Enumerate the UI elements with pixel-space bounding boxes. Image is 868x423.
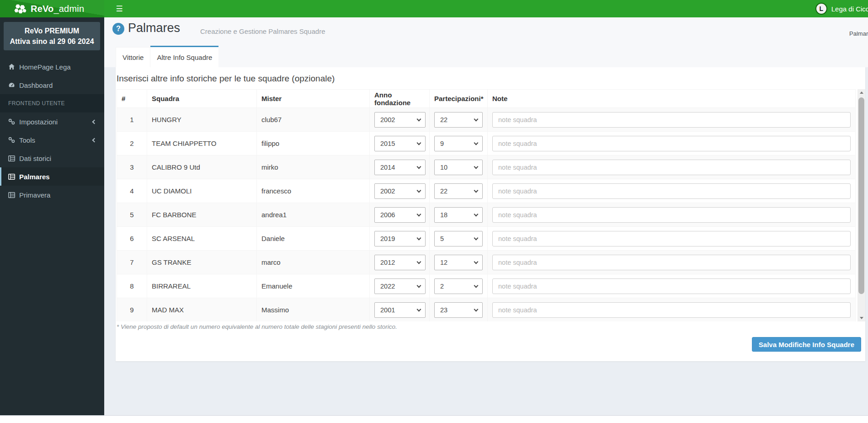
premium-badge: ReVo PREMIUM Attiva sino al 29 06 2024	[4, 22, 100, 50]
sidebar-item-label: Tools	[19, 136, 35, 144]
help-question-icon[interactable]: ?	[112, 23, 124, 35]
sidebar-item-label: Dati storici	[19, 155, 51, 162]
tab-bar: Vittorie Altre Info Squadre	[116, 46, 218, 67]
main-content: ? Palmares Creazione e Gestione Palmares…	[104, 17, 868, 415]
note-input[interactable]	[492, 278, 851, 294]
breadcrumb[interactable]: Palmares	[849, 30, 868, 37]
anno-fondazione-select[interactable]: 2001	[374, 302, 426, 318]
row-number: 2	[117, 132, 147, 155]
user-name: Lega di Ciccio	[831, 5, 868, 13]
squadra-cell: MAD MAX	[147, 298, 257, 322]
table-row: 4UC DIAMOLIfrancesco200222	[117, 179, 856, 203]
partecipazioni-select[interactable]: 22	[434, 183, 483, 199]
partecipazioni-select[interactable]: 9	[434, 136, 483, 151]
partecipazioni-select[interactable]: 5	[434, 231, 483, 246]
premium-line1: ReVo PREMIUM	[6, 26, 97, 36]
mister-cell: andrea1	[257, 203, 370, 227]
table-scrollbar[interactable]	[857, 89, 865, 321]
partecipazioni-select[interactable]: 10	[434, 160, 483, 175]
note-input[interactable]	[492, 255, 851, 270]
sidebar-item-primavera[interactable]: Primavera	[0, 186, 104, 204]
sidebar-section-header: FRONTEND UTENTE	[0, 94, 104, 112]
sidebar-item-homepage-lega[interactable]: HomePage Lega	[0, 58, 104, 76]
mister-cell: mirko	[257, 155, 370, 179]
brand-text: ReVo_admin	[31, 4, 84, 14]
section-heading: Inserisci altre info storiche per le tue…	[117, 74, 335, 84]
scrollbar-thumb[interactable]	[858, 97, 864, 294]
table-row: 2TEAM CHIAPPETTOfilippo20159	[117, 132, 856, 155]
table-row: 3CALIBRO 9 Utdmirko201410	[117, 155, 856, 179]
note-input[interactable]	[492, 207, 851, 223]
sidebar-item-impostazioni[interactable]: Impostazioni	[0, 112, 104, 131]
table-scroll-area: # Squadra Mister Anno fondazione Parteci…	[117, 89, 864, 321]
anno-fondazione-select[interactable]: 2015	[374, 136, 426, 151]
anno-fondazione-select[interactable]: 2006	[374, 207, 426, 223]
chevron-left-icon	[92, 119, 97, 124]
sidebar-item-label: Palmares	[19, 173, 50, 181]
tab-content-panel: Inserisci altre info storiche per le tue…	[116, 67, 865, 361]
sidebar-item-dati-storici[interactable]: Dati storici	[0, 149, 104, 167]
chevron-left-icon	[92, 138, 97, 142]
page-title: Palmares	[128, 21, 180, 35]
list-icon	[8, 174, 15, 180]
note-input[interactable]	[492, 160, 851, 175]
row-number: 6	[117, 227, 147, 251]
table-row: 9MAD MAXMassimo200123	[117, 298, 856, 322]
row-number: 3	[117, 155, 147, 179]
mister-cell: francesco	[257, 179, 370, 203]
squadra-cell: TEAM CHIAPPETTO	[147, 132, 257, 155]
anno-fondazione-select[interactable]: 2012	[374, 255, 426, 270]
col-header-mister: Mister	[257, 90, 370, 108]
user-menu[interactable]: L Lega di Ciccio	[815, 0, 868, 17]
scroll-up-arrow-icon[interactable]	[857, 89, 865, 96]
partecipazioni-select[interactable]: 18	[434, 207, 483, 223]
link-icon	[8, 118, 15, 125]
list-icon	[8, 192, 15, 198]
row-number: 1	[117, 108, 147, 132]
dashboard-icon	[8, 82, 15, 88]
mister-cell: Daniele	[257, 227, 370, 251]
scroll-down-arrow-icon[interactable]	[857, 315, 865, 321]
sidebar: ReVo PREMIUM Attiva sino al 29 06 2024 H…	[0, 17, 104, 415]
page-subtitle: Creazione e Gestione Palmares Squadre	[200, 27, 325, 35]
anno-fondazione-select[interactable]: 2002	[374, 112, 426, 128]
anno-fondazione-select[interactable]: 2019	[374, 231, 426, 246]
sidebar-toggle-menu-icon[interactable]: ☰	[112, 0, 127, 17]
col-header-note: Note	[488, 90, 856, 108]
partecipazioni-select[interactable]: 12	[434, 255, 483, 270]
sidebar-menu: HomePage LegaDashboardFRONTEND UTENTEImp…	[0, 58, 104, 204]
sidebar-item-palmares[interactable]: Palmares	[0, 167, 104, 186]
row-number: 9	[117, 298, 147, 322]
squadra-cell: BIRRAREAL	[147, 274, 257, 298]
tab-altre-info-squadre[interactable]: Altre Info Squadre	[150, 46, 218, 67]
anno-fondazione-select[interactable]: 2022	[374, 278, 426, 294]
sidebar-item-dashboard[interactable]: Dashboard	[0, 76, 104, 94]
footer	[0, 415, 868, 423]
partecipazioni-select[interactable]: 23	[434, 302, 483, 318]
table-row: 6SC ARSENALDaniele20195	[117, 227, 856, 251]
tab-vittorie[interactable]: Vittorie	[116, 47, 150, 67]
note-input[interactable]	[492, 302, 851, 318]
hexagons-logo-icon	[14, 4, 27, 14]
sidebar-item-tools[interactable]: Tools	[0, 131, 104, 149]
anno-fondazione-select[interactable]: 2002	[374, 183, 426, 199]
brand-logo[interactable]: ReVo_admin	[0, 0, 104, 17]
sidebar-item-label: HomePage Lega	[19, 63, 71, 71]
home-icon	[8, 64, 15, 70]
sidebar-item-label: Primavera	[19, 191, 50, 199]
table-row: 1HUNGRYclub67200222	[117, 108, 856, 132]
col-header-anno-fondazione: Anno fondazione	[370, 90, 430, 108]
row-number: 5	[117, 203, 147, 227]
note-input[interactable]	[492, 183, 851, 199]
partecipazioni-select[interactable]: 22	[434, 112, 483, 128]
note-input[interactable]	[492, 231, 851, 246]
squadra-cell: SC ARSENAL	[147, 227, 257, 251]
anno-fondazione-select[interactable]: 2014	[374, 160, 426, 175]
note-input[interactable]	[492, 136, 851, 151]
list-icon	[8, 155, 15, 161]
squadra-cell: FC BARBONE	[147, 203, 257, 227]
save-info-squadre-button[interactable]: Salva Modifiche Info Squadre	[752, 337, 861, 352]
mister-cell: marco	[257, 251, 370, 274]
partecipazioni-select[interactable]: 2	[434, 278, 483, 294]
note-input[interactable]	[492, 112, 851, 128]
